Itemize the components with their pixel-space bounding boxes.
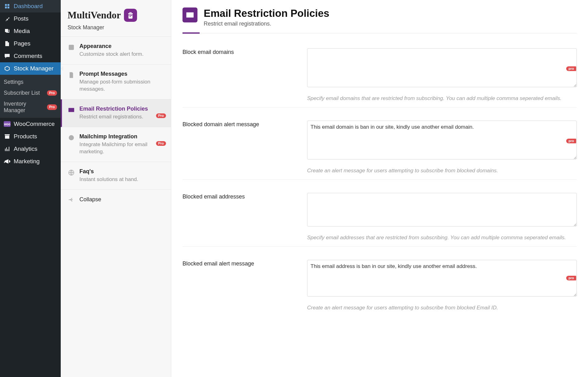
appearance-icon — [68, 44, 75, 51]
tab-mailchimp[interactable]: Mailchimp Integration Integrate Mailchim… — [61, 127, 171, 162]
menu-products[interactable]: Products — [0, 130, 61, 143]
brand-subtitle: Stock Manager — [68, 24, 164, 31]
help-text: Specify email domains that are restricte… — [307, 95, 577, 102]
pages-icon — [4, 40, 11, 47]
tab-desc: Restrict email registrations. — [79, 113, 164, 121]
menu-label: Dashboard — [14, 3, 43, 10]
stock-manager-submenu: Settings Subscriber List Pro Inventory M… — [0, 75, 61, 118]
menu-label: WooCommerce — [14, 121, 55, 127]
tab-indicator — [183, 33, 577, 33]
tab-prompt-messages[interactable]: Prompt Messages Manage post-form submiss… — [61, 64, 171, 99]
submenu-inventory-manager[interactable]: Inventory Manager Pro — [0, 98, 61, 116]
woocommerce-icon: woo — [4, 121, 11, 127]
main-content: Email Restriction Policies Restrict emai… — [171, 0, 588, 377]
menu-analytics[interactable]: Analytics — [0, 143, 61, 155]
tab-desc: Manage post-form submission messages. — [79, 79, 164, 93]
plugin-settings-panel: MultiVendor Stock Manager Appearance Cus… — [61, 0, 171, 377]
settings-tabs-list: Appearance Customize stock alert form. P… — [61, 36, 171, 210]
brand-icon — [124, 9, 137, 22]
menu-label: Analytics — [14, 146, 37, 152]
menu-comments[interactable]: Comments — [0, 50, 61, 62]
tab-desc: Integrate Mailchimp for email marketing. — [79, 141, 164, 155]
submenu-label: Settings — [4, 79, 23, 85]
menu-label: Pages — [14, 40, 31, 47]
mailchimp-icon — [68, 134, 75, 141]
arrow-left-icon — [68, 196, 75, 203]
blocked-addresses-input[interactable] — [307, 193, 577, 227]
row-blocked-addresses: Blocked email addresses Specify email ad… — [183, 180, 577, 247]
help-text: Create an alert message for users attemp… — [307, 168, 577, 174]
block-domains-input[interactable] — [307, 48, 577, 87]
field-label: Blocked email alert message — [183, 260, 301, 267]
pro-badge: Pro — [156, 141, 166, 146]
submenu-subscriber-list[interactable]: Subscriber List Pro — [0, 88, 61, 98]
dashboard-icon — [4, 3, 11, 10]
brand-block: MultiVendor Stock Manager — [61, 0, 171, 36]
menu-pages[interactable]: Pages — [0, 37, 61, 50]
submenu-settings[interactable]: Settings — [0, 77, 61, 88]
menu-marketing[interactable]: Marketing — [0, 155, 61, 168]
svg-point-1 — [69, 135, 74, 141]
menu-label: Posts — [14, 15, 29, 22]
megaphone-icon — [4, 158, 11, 165]
pro-badge: Pro — [47, 104, 57, 110]
wp-admin-sidebar: Dashboard Posts Media Pages Comments Sto… — [0, 0, 61, 377]
row-blocked-domain-msg: Blocked domain alert message pro Create … — [183, 107, 577, 180]
box-icon — [4, 65, 11, 72]
menu-label: Marketing — [14, 158, 40, 165]
tab-faqs[interactable]: Faq's Instant solutions at hand. — [61, 162, 171, 190]
document-icon — [68, 71, 75, 79]
field-label: Blocked domain alert message — [183, 121, 301, 128]
blocked-email-msg-input[interactable] — [307, 260, 577, 297]
tab-title: Email Restriction Policies — [79, 106, 164, 112]
tab-appearance[interactable]: Appearance Customize stock alert form. — [61, 37, 171, 64]
pro-badge: Pro — [47, 90, 57, 96]
page-subtitle: Restrict email registrations. — [204, 21, 329, 27]
menu-posts[interactable]: Posts — [0, 12, 61, 25]
mail-icon — [68, 106, 75, 114]
submenu-label: Inventory Manager — [4, 101, 47, 114]
collapse-label: Collapse — [79, 196, 101, 203]
brand-name: MultiVendor — [68, 10, 121, 21]
chart-icon — [4, 146, 11, 152]
menu-label: Products — [14, 133, 37, 140]
tab-title: Appearance — [79, 43, 164, 50]
pro-badge: Pro — [156, 113, 166, 118]
help-text: Specify email addresses that are restric… — [307, 235, 577, 241]
pin-icon — [4, 15, 11, 22]
tab-title: Mailchimp Integration — [79, 133, 164, 140]
row-blocked-email-msg: Blocked email alert message pro Create a… — [183, 247, 577, 317]
media-icon — [4, 28, 11, 35]
row-block-domains: Block email domains pro Specify email do… — [183, 35, 577, 107]
tab-title: Prompt Messages — [79, 71, 164, 77]
svg-rect-0 — [69, 45, 74, 50]
tab-desc: Instant solutions at hand. — [79, 176, 164, 183]
page-title: Email Restriction Policies — [204, 7, 329, 19]
tab-title: Faq's — [79, 168, 164, 175]
menu-label: Comments — [14, 53, 42, 60]
menu-woocommerce[interactable]: woo WooCommerce — [0, 118, 61, 130]
archive-icon — [4, 133, 11, 140]
tab-email-restriction[interactable]: Email Restriction Policies Restrict emai… — [61, 99, 171, 127]
menu-label: Stock Manager — [14, 65, 54, 72]
tab-desc: Customize stock alert form. — [79, 51, 164, 58]
field-label: Blocked email addresses — [183, 193, 301, 200]
mail-icon — [183, 7, 197, 22]
submenu-label: Subscriber List — [4, 90, 40, 96]
menu-stock-manager[interactable]: Stock Manager — [0, 62, 61, 75]
collapse-sidebar[interactable]: Collapse — [61, 190, 171, 210]
comments-icon — [4, 53, 11, 60]
menu-dashboard[interactable]: Dashboard — [0, 0, 61, 12]
menu-media[interactable]: Media — [0, 25, 61, 37]
help-text: Create an alert message for users attemp… — [307, 305, 577, 311]
globe-icon — [68, 169, 75, 176]
menu-label: Media — [14, 28, 30, 35]
page-header: Email Restriction Policies Restrict emai… — [183, 7, 577, 33]
blocked-domain-msg-input[interactable] — [307, 121, 577, 160]
field-label: Block email domains — [183, 48, 301, 55]
